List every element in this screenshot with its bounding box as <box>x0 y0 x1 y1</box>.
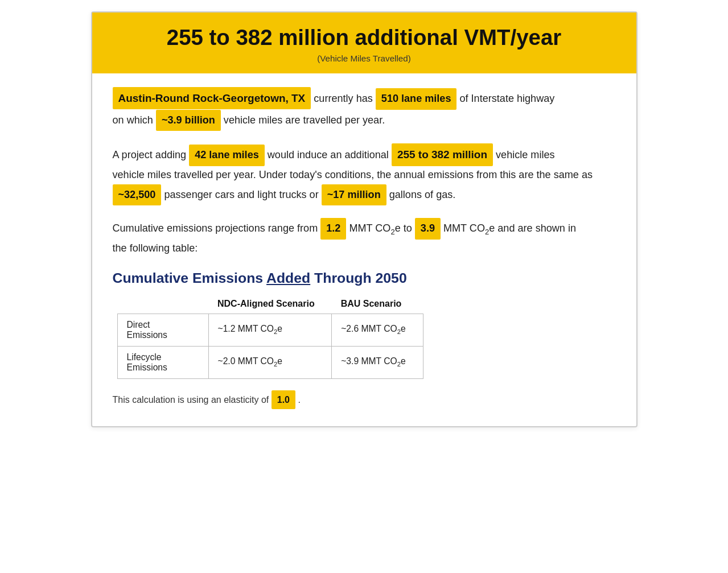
cars-text: passenger cars and light trucks or <box>164 189 318 200</box>
billion-value: ~3.9 billion <box>156 110 221 131</box>
currently-has-text: currently has <box>314 93 373 104</box>
header-title: 255 to 382 million additional VMT/year <box>109 25 619 50</box>
paragraph-1: Austin-Round Rock-Georgetown, TX current… <box>113 87 616 131</box>
city-label: Austin-Round Rock-Georgetown, TX <box>113 87 311 109</box>
gallons-text: gallons of gas. <box>389 189 456 200</box>
mmt-unit-2: MMT CO2e and are shown in <box>443 222 576 234</box>
cars-value: ~32,500 <box>113 184 162 206</box>
row-bau: ~2.6 MMT CO2e <box>332 314 423 346</box>
col2-header: NDC-Aligned Scenario <box>208 295 332 314</box>
row-bau: ~3.9 MMT CO2e <box>332 346 423 378</box>
mmt-unit-1: MMT CO2e to <box>349 222 412 234</box>
section-title: Cumulative Emissions Added Through 2050 <box>113 270 616 286</box>
on-which-text: on which <box>113 114 153 126</box>
table-row: Lifecycle Emissions ~2.0 MMT CO2e ~3.9 M… <box>117 346 423 378</box>
paragraph-2: A project adding 42 lane miles would ind… <box>113 143 616 205</box>
row-label: Direct Emissions <box>117 314 208 346</box>
header-banner: 255 to 382 million additional VMT/year (… <box>92 13 636 73</box>
footer-text-after: . <box>298 395 300 405</box>
row-ndc: ~2.0 MMT CO2e <box>208 346 332 378</box>
content-area: Austin-Round Rock-Georgetown, TX current… <box>92 87 636 409</box>
of-highway-text: of Interstate highway <box>460 93 555 104</box>
project-lane-miles: 42 lane miles <box>189 145 265 166</box>
elasticity-value: 1.0 <box>272 390 295 409</box>
row-ndc: ~1.2 MMT CO2e <box>208 314 332 346</box>
emissions-table: NDC-Aligned Scenario BAU Scenario Direct… <box>117 295 423 379</box>
vehicle-miles-text: vehicle miles are travelled per year. <box>224 114 385 126</box>
section-title-part1: Cumulative Emissions <box>113 270 267 286</box>
low-mmt-value: 1.2 <box>320 218 346 240</box>
range-value: 255 to 382 million <box>392 143 493 166</box>
would-induce-text: would induce an additional <box>268 149 389 160</box>
project-adding-text: A project adding <box>113 149 187 160</box>
lane-miles-value: 510 lane miles <box>376 88 457 110</box>
cumulative-intro-text: Cumulative emissions projections range f… <box>113 222 318 234</box>
section-title-part2: Through 2050 <box>310 270 406 286</box>
high-mmt-value: 3.9 <box>415 218 441 240</box>
table-header-row: NDC-Aligned Scenario BAU Scenario <box>117 295 423 314</box>
footer-paragraph: This calculation is using an elasticity … <box>113 390 616 409</box>
gallons-value: ~17 million <box>322 184 386 206</box>
main-card: 255 to 382 million additional VMT/year (… <box>91 11 637 427</box>
following-table-text: the following table: <box>113 242 198 254</box>
vehicle-miles-travelled-text: vehicle miles travelled per year. Under … <box>113 169 593 180</box>
row-label: Lifecycle Emissions <box>117 346 208 378</box>
col3-header: BAU Scenario <box>332 295 423 314</box>
section-title-underline: Added <box>266 270 310 286</box>
paragraph-3: Cumulative emissions projections range f… <box>113 218 616 257</box>
header-subtitle: (Vehicle Miles Travelled) <box>109 53 619 63</box>
table-row: Direct Emissions ~1.2 MMT CO2e ~2.6 MMT … <box>117 314 423 346</box>
footer-text-before: This calculation is using an elasticity … <box>113 395 269 405</box>
